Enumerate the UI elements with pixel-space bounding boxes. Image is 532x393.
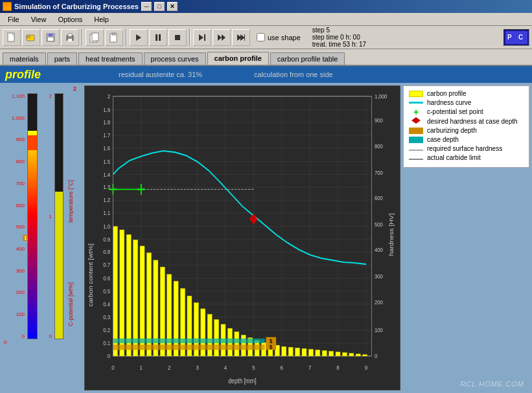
use-shape-label: use shape xyxy=(268,34,301,41)
svg-text:7: 7 xyxy=(308,364,312,371)
title-bar: Simulation of Carburizing Processes ─ □ … xyxy=(0,0,532,13)
maximize-button[interactable]: □ xyxy=(154,2,165,11)
svg-rect-133 xyxy=(302,348,306,355)
calculation-info: calculation from one side xyxy=(254,71,333,78)
svg-text:0.2: 0.2 xyxy=(103,327,110,334)
svg-text:1.6: 1.6 xyxy=(103,144,110,152)
legend-carbide-limit: actual carbide limit xyxy=(409,154,524,161)
svg-rect-136 xyxy=(322,351,327,356)
minimize-button[interactable]: ─ xyxy=(141,2,152,11)
content-area: 2 1,100 1,000 900 800 700 600 500 400 30… xyxy=(0,83,532,393)
svg-text:4: 4 xyxy=(224,364,227,371)
temp-marker-2: 2 xyxy=(73,85,76,92)
svg-text:5: 5 xyxy=(252,364,255,371)
tab-heat-treatments[interactable]: heat treatments xyxy=(78,52,142,65)
svg-text:2: 2 xyxy=(108,93,111,100)
tabs: materials parts heat treatments process … xyxy=(0,49,532,66)
svg-rect-11 xyxy=(92,33,98,41)
play-button[interactable] xyxy=(130,29,148,46)
new-button[interactable] xyxy=(3,29,21,46)
menu-options[interactable]: Options xyxy=(52,14,87,25)
svg-text:0.4: 0.4 xyxy=(103,300,110,308)
svg-text:0: 0 xyxy=(111,364,115,371)
svg-text:hardness [HV]: hardness [HV] xyxy=(387,213,394,256)
tab-materials[interactable]: materials xyxy=(3,52,46,65)
svg-text:0.5: 0.5 xyxy=(103,287,110,295)
chart-area: 0 0.1 0.2 0.3 0.4 0.5 0.6 0.7 0.8 0.9 1.… xyxy=(84,85,400,390)
legend-case-label: case depth xyxy=(427,136,459,143)
use-shape-checkbox[interactable] xyxy=(257,33,265,41)
svg-rect-142 xyxy=(363,355,367,356)
use-shape-area: use shape xyxy=(251,33,306,41)
pause-button[interactable] xyxy=(149,29,167,46)
svg-text:0.1: 0.1 xyxy=(103,340,110,347)
svg-marker-160 xyxy=(411,117,421,124)
svg-text:600: 600 xyxy=(375,194,383,201)
svg-text:0.7: 0.7 xyxy=(103,262,110,269)
svg-rect-131 xyxy=(288,347,293,356)
svg-text:1.5: 1.5 xyxy=(103,158,110,165)
svg-text:depth [mm]: depth [mm] xyxy=(228,377,256,385)
svg-text:0.9: 0.9 xyxy=(103,236,110,243)
tab-parts[interactable]: parts xyxy=(47,52,77,65)
svg-text:0.8: 0.8 xyxy=(103,249,110,256)
paste-button[interactable] xyxy=(105,29,123,46)
svg-rect-120 xyxy=(214,320,219,356)
step-forward-button[interactable] xyxy=(193,29,211,46)
svg-rect-13 xyxy=(112,33,115,35)
legend-case-color xyxy=(409,137,423,143)
temp-scale: 1,100 1,000 900 800 700 600 500 400 300 … xyxy=(1,93,26,339)
tab-process-curves[interactable]: process curves xyxy=(144,52,206,65)
left-panel: 2 1,100 1,000 900 800 700 600 500 400 30… xyxy=(0,83,84,393)
tab-carbon-profile[interactable]: carbon profile xyxy=(207,52,269,65)
svg-text:1: 1 xyxy=(140,364,143,371)
svg-text:400: 400 xyxy=(375,247,383,254)
svg-rect-5 xyxy=(49,34,52,36)
svg-text:1.0: 1.0 xyxy=(103,223,110,230)
tab-carbon-profile-table[interactable]: carbon profile table xyxy=(270,52,345,65)
open-button[interactable] xyxy=(22,29,40,46)
close-button[interactable]: ✕ xyxy=(167,2,178,11)
toolbar: use shape step 5 step time 0 h: 00 treat… xyxy=(0,26,532,49)
svg-text:800: 800 xyxy=(375,142,383,150)
temp-bar: 1 xyxy=(27,93,38,339)
main-content: profile residual austenite ca. 31% calcu… xyxy=(0,66,532,393)
title-text: Simulation of Carburizing Processes xyxy=(14,3,139,10)
fast-forward-button[interactable] xyxy=(213,29,231,46)
svg-text:0.3: 0.3 xyxy=(103,313,110,320)
svg-rect-137 xyxy=(329,352,334,356)
menu-help[interactable]: Help xyxy=(89,14,114,25)
svg-text:900: 900 xyxy=(375,117,383,124)
separator-2 xyxy=(126,29,127,46)
svg-text:500: 500 xyxy=(375,221,383,228)
legend-carburizing-color xyxy=(409,128,423,134)
end-button[interactable] xyxy=(232,29,250,46)
legend-hardness-color xyxy=(409,102,423,104)
legend-carbide-color xyxy=(409,159,423,160)
menu-view[interactable]: View xyxy=(26,14,52,25)
legend-desired-color xyxy=(409,117,423,125)
svg-rect-140 xyxy=(349,354,354,356)
svg-text:1.9: 1.9 xyxy=(103,106,110,113)
menu-file[interactable]: File xyxy=(3,14,25,25)
svg-text:carbon content [wt%]: carbon content [wt%] xyxy=(87,243,94,306)
svg-text:8: 8 xyxy=(336,364,340,371)
legend-req-surface-label: required surface hardness xyxy=(427,145,502,152)
svg-text:0: 0 xyxy=(375,352,378,359)
residual-austenite-info: residual austenite ca. 31% xyxy=(119,71,202,78)
svg-text:1.8: 1.8 xyxy=(103,119,110,126)
legend-carburizing-label: carburizing depth xyxy=(427,127,477,134)
svg-rect-113 xyxy=(167,275,172,356)
svg-rect-144 xyxy=(113,344,264,350)
legend-cpot-label: c-potential set point xyxy=(427,108,483,115)
print-button[interactable] xyxy=(61,29,79,46)
svg-text:P: P xyxy=(507,34,512,41)
logo: P C xyxy=(503,29,529,46)
svg-text:2: 2 xyxy=(168,364,171,371)
profile-title: profile xyxy=(5,68,41,82)
stop-button[interactable] xyxy=(168,29,187,46)
copy-button[interactable] xyxy=(86,29,104,46)
svg-text:100: 100 xyxy=(375,327,383,334)
save-button[interactable] xyxy=(41,29,60,46)
profile-header: profile residual austenite ca. 31% calcu… xyxy=(0,66,532,83)
